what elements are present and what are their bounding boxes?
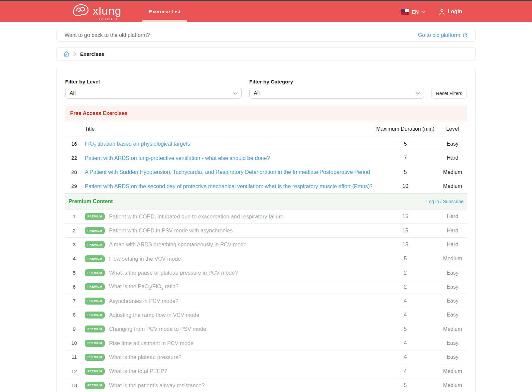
table-row: 29Patient with ARDS on the second day of… bbox=[65, 179, 467, 193]
external-link-icon bbox=[463, 33, 467, 38]
lung-logo-icon bbox=[72, 3, 90, 19]
exercise-number: 29 bbox=[65, 179, 83, 193]
exercise-number: 16 bbox=[65, 137, 83, 151]
exercise-level: Easy bbox=[438, 336, 467, 350]
exercise-link[interactable]: Patient with ARDS on the second day of p… bbox=[85, 183, 372, 189]
user-icon bbox=[439, 9, 445, 15]
exercise-title-cell: PREMIUMWhat is the patient's airway resi… bbox=[83, 378, 372, 392]
exercise-title: What is the patient's airway resistance? bbox=[109, 382, 204, 388]
exercise-level: Easy bbox=[438, 294, 467, 308]
filter-level-value: All bbox=[69, 90, 75, 96]
exercise-level: Medium bbox=[438, 252, 467, 266]
filter-level-select[interactable]: All bbox=[65, 88, 242, 99]
exercise-duration: 4 bbox=[372, 336, 438, 350]
premium-badge: PREMIUM bbox=[85, 241, 105, 248]
exercise-duration: 5 bbox=[372, 378, 438, 392]
banner-link-label: Go to old platform bbox=[418, 32, 460, 38]
language-selector[interactable]: EN bbox=[401, 9, 425, 15]
home-icon[interactable] bbox=[63, 51, 69, 57]
exercise-level: Medium bbox=[438, 378, 467, 392]
free-exercises-table: Title Maximum Duration (min) Level 16FIO… bbox=[65, 121, 467, 193]
premium-section-header: Premium Content Log in / Subscribe bbox=[65, 193, 467, 209]
exercise-duration: 2 bbox=[372, 266, 438, 280]
premium-badge: PREMIUM bbox=[85, 354, 105, 361]
table-row: 7PREMIUMAsynchronies in PCV mode?4Easy bbox=[65, 294, 467, 308]
logo-title: xlung bbox=[93, 5, 121, 16]
logo-subtitle: TRAINER bbox=[94, 17, 121, 21]
exercise-title-cell: PREMIUMChanging from PCV mode to PSV mod… bbox=[83, 322, 372, 336]
exercise-title-cell: Patient with ARDS on lung-protective ven… bbox=[83, 151, 372, 165]
exercise-link[interactable]: FIO2 titration based on physiological ta… bbox=[85, 141, 190, 147]
tab-exercise-list[interactable]: Exercise List bbox=[142, 1, 187, 22]
exercise-link[interactable]: A Patient with Sudden Hypotension, Tachy… bbox=[85, 169, 370, 175]
language-code: EN bbox=[412, 9, 419, 15]
exercise-number: 6 bbox=[65, 280, 83, 294]
premium-badge: PREMIUM bbox=[85, 213, 105, 220]
exercise-title: What is the plateau pressure? bbox=[109, 354, 182, 360]
column-duration: Maximum Duration (min) bbox=[372, 121, 438, 137]
exercise-number: 28 bbox=[65, 165, 83, 179]
app-logo[interactable]: xlung TRAINER bbox=[72, 3, 121, 21]
exercise-title-cell: PREMIUMWhat is the plateau pressure? bbox=[83, 350, 372, 364]
exercise-title-cell: A Patient with Sudden Hypotension, Tachy… bbox=[83, 165, 372, 179]
exercise-duration: 4 bbox=[372, 364, 438, 378]
exercise-duration: 5 bbox=[372, 252, 438, 266]
exercise-title: A man with ARDS breathing spontaneously … bbox=[109, 241, 247, 247]
exercise-number: 3 bbox=[65, 238, 83, 252]
exercise-duration: 2 bbox=[372, 280, 438, 294]
exercise-number: 8 bbox=[65, 308, 83, 322]
premium-badge: PREMIUM bbox=[85, 255, 105, 262]
premium-badge: PREMIUM bbox=[85, 227, 105, 234]
exercise-number: 4 bbox=[65, 252, 83, 266]
chevron-down-icon bbox=[416, 92, 420, 95]
exercise-title: Adjusting the ramp flow in VCV mode bbox=[109, 312, 200, 318]
premium-badge: PREMIUM bbox=[85, 298, 105, 305]
exercise-title-cell: FIO2 titration based on physiological ta… bbox=[83, 137, 372, 151]
exercise-title: What is the total PEEP? bbox=[109, 368, 167, 374]
table-header-row: Title Maximum Duration (min) Level bbox=[65, 121, 467, 137]
app-header: xlung TRAINER Exercise List EN Login bbox=[0, 1, 532, 22]
exercise-title-cell: PREMIUMWhat is the PaO2/FIO2 ratio? bbox=[83, 280, 372, 294]
table-row: 2PREMIUMPatient with COPD in PSV mode wi… bbox=[65, 223, 467, 237]
go-to-old-platform-link[interactable]: Go to old platform bbox=[418, 32, 467, 38]
login-subscribe-link[interactable]: Log in / Subscribe bbox=[426, 199, 464, 204]
exercise-title-cell: PREMIUMA man with ARDS breathing spontan… bbox=[83, 238, 372, 252]
exercise-number: 11 bbox=[65, 350, 83, 364]
reset-filters-button[interactable]: Reset Filters bbox=[431, 88, 467, 99]
banner-message: Want to go back to the old platform? bbox=[65, 32, 150, 38]
us-flag-icon bbox=[401, 9, 409, 15]
filter-category-value: All bbox=[254, 90, 260, 96]
exercise-number: 22 bbox=[65, 151, 83, 165]
filter-category-select[interactable]: All bbox=[249, 88, 424, 99]
exercise-level: Hard bbox=[438, 209, 467, 223]
exercise-number: 9 bbox=[65, 322, 83, 336]
login-button[interactable]: Login bbox=[439, 9, 462, 15]
breadcrumb-separator bbox=[73, 52, 76, 56]
table-row: 6PREMIUMWhat is the PaO2/FIO2 ratio?2Eas… bbox=[65, 280, 467, 294]
exercise-level: Medium bbox=[438, 165, 467, 179]
exercise-title-cell: PREMIUMAdjusting the ramp flow in VCV mo… bbox=[83, 308, 372, 322]
exercise-link[interactable]: Patient with ARDS on lung-protective ven… bbox=[85, 155, 270, 161]
exercise-level: Easy bbox=[438, 280, 467, 294]
free-access-section-header: Free Access Exercises bbox=[65, 106, 467, 121]
exercise-number: 5 bbox=[65, 266, 83, 280]
exercise-duration: 5 bbox=[372, 137, 438, 151]
exercise-title: Asynchronies in PCV mode? bbox=[109, 298, 179, 304]
exercise-level: Hard bbox=[438, 238, 467, 252]
premium-badge: PREMIUM bbox=[85, 312, 105, 319]
premium-badge: PREMIUM bbox=[85, 326, 105, 332]
exercise-level: Medium bbox=[438, 364, 467, 378]
exercise-title-cell: PREMIUMAsynchronies in PCV mode? bbox=[83, 294, 372, 308]
exercise-number: 12 bbox=[65, 364, 83, 378]
premium-badge: PREMIUM bbox=[85, 382, 105, 389]
exercise-level: Easy bbox=[438, 308, 467, 322]
premium-badge: PREMIUM bbox=[85, 368, 105, 375]
table-row: 3PREMIUMA man with ARDS breathing sponta… bbox=[65, 238, 467, 252]
table-row: 9PREMIUMChanging from PCV mode to PSV mo… bbox=[65, 322, 467, 336]
column-number bbox=[65, 121, 83, 137]
table-row: 12PREMIUMWhat is the total PEEP?4Medium bbox=[65, 364, 467, 378]
table-row: 4PREMIUMFlow setting in the VCV mode5Med… bbox=[65, 252, 467, 266]
chevron-down-icon bbox=[233, 92, 237, 95]
premium-badge: PREMIUM bbox=[85, 269, 105, 276]
column-title: Title bbox=[83, 121, 372, 137]
